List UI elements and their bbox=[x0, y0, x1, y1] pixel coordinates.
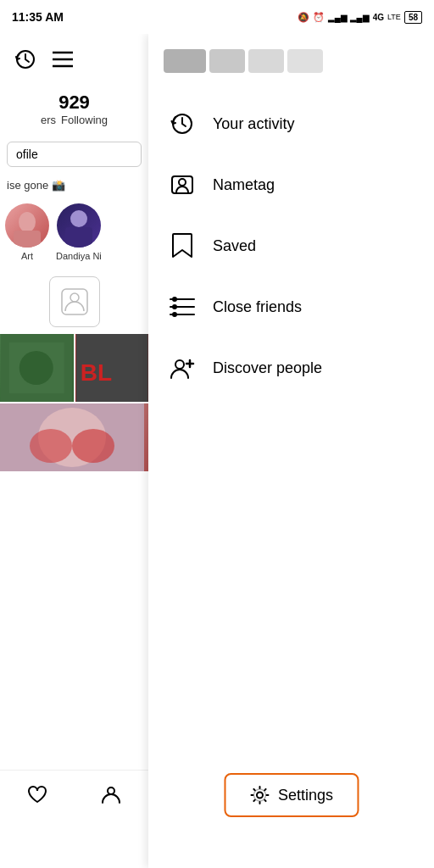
svg-rect-4 bbox=[14, 231, 41, 248]
story-label-dandiya: Dandiya Ni bbox=[56, 251, 102, 261]
swatch-bar bbox=[148, 34, 434, 85]
network-label: 4G bbox=[373, 13, 384, 22]
following-label: Following bbox=[61, 114, 108, 126]
menu-item-close-friends[interactable]: Close friends bbox=[148, 276, 434, 337]
settings-gear-icon bbox=[249, 785, 270, 805]
menu-label-close-friends: Close friends bbox=[213, 298, 302, 316]
close-friends-icon bbox=[169, 293, 196, 320]
svg-point-22 bbox=[172, 297, 177, 302]
person-placeholder bbox=[49, 276, 100, 327]
swatch-1 bbox=[164, 49, 206, 73]
menu-item-discover-people[interactable]: Discover people bbox=[148, 337, 434, 398]
followers-label: ers bbox=[41, 114, 56, 126]
swatch-2 bbox=[209, 49, 245, 73]
story-art[interactable]: Art bbox=[5, 203, 49, 261]
settings-button[interactable]: Settings bbox=[224, 773, 359, 817]
nametag-icon bbox=[169, 171, 196, 198]
profile-button[interactable]: ofile bbox=[7, 142, 142, 167]
discover-people-icon bbox=[169, 354, 196, 381]
menu-label-saved: Saved bbox=[213, 237, 256, 255]
settings-label: Settings bbox=[278, 787, 333, 804]
svg-point-3 bbox=[19, 212, 36, 232]
menu-label-discover-people: Discover people bbox=[213, 359, 322, 377]
lte-label: LTE bbox=[387, 13, 401, 21]
svg-point-11 bbox=[19, 351, 53, 385]
menu-label-nametag: Nametag bbox=[213, 176, 275, 194]
svg-point-18 bbox=[108, 787, 114, 794]
swatch-3 bbox=[248, 49, 284, 73]
story-dandiya[interactable]: Dandiya Ni bbox=[56, 203, 102, 261]
svg-point-5 bbox=[70, 210, 87, 227]
status-icons: 🔕 ⏰ ▂▄▆ ▂▄▆ 4G LTE 58 bbox=[298, 11, 422, 24]
right-dropdown-panel: Your activity Nametag Saved bbox=[148, 34, 434, 868]
status-time: 11:35 AM bbox=[12, 10, 64, 24]
svg-point-20 bbox=[179, 179, 186, 186]
stories-row: Art Dandiya Ni bbox=[0, 195, 148, 270]
story-circle-dandiya bbox=[57, 203, 101, 248]
photo-red-sign: BL bbox=[75, 334, 149, 402]
svg-point-30 bbox=[256, 793, 262, 798]
svg-point-27 bbox=[175, 360, 184, 369]
status-bar: 11:35 AM 🔕 ⏰ ▂▄▆ ▂▄▆ 4G LTE 58 bbox=[0, 0, 434, 34]
followers-section: 929 ers Following bbox=[0, 85, 148, 133]
menu-item-nametag[interactable]: Nametag bbox=[148, 154, 434, 215]
menu-icon[interactable] bbox=[53, 51, 73, 68]
followers-count: 929 bbox=[3, 92, 145, 114]
caption-text: ise gone 📸 bbox=[0, 175, 148, 195]
menu-item-your-activity[interactable]: Your activity bbox=[148, 93, 434, 154]
svg-point-8 bbox=[70, 293, 79, 302]
history-icon[interactable] bbox=[14, 47, 37, 71]
person-icon[interactable] bbox=[100, 783, 122, 805]
bookmark-icon bbox=[169, 232, 196, 259]
battery-icon: 58 bbox=[404, 11, 422, 24]
left-top-bar bbox=[0, 34, 148, 85]
svg-point-16 bbox=[30, 429, 72, 463]
story-label-art: Art bbox=[21, 251, 33, 261]
svg-text:BL: BL bbox=[80, 359, 111, 386]
swatch-4 bbox=[287, 49, 323, 73]
story-circle-art bbox=[5, 203, 49, 248]
svg-point-17 bbox=[72, 429, 114, 463]
activity-icon bbox=[169, 110, 196, 137]
photo-row-2 bbox=[0, 403, 148, 471]
svg-point-31 bbox=[253, 789, 265, 801]
menu-label-your-activity: Your activity bbox=[213, 115, 294, 133]
photo-green bbox=[0, 334, 74, 402]
left-profile-panel: 929 ers Following ofile ise gone 📸 Art bbox=[0, 34, 148, 868]
heart-icon[interactable] bbox=[26, 783, 48, 805]
followers-labels: ers Following bbox=[3, 114, 145, 126]
alarm-icon: ⏰ bbox=[313, 12, 325, 23]
photo-row-1: BL bbox=[0, 334, 148, 402]
mute-icon: 🔕 bbox=[298, 12, 309, 23]
photo-floral bbox=[0, 403, 148, 471]
left-bottom-nav bbox=[0, 770, 148, 817]
menu-item-saved[interactable]: Saved bbox=[148, 215, 434, 276]
photo-grid: BL bbox=[0, 334, 148, 471]
svg-rect-6 bbox=[65, 227, 92, 248]
signal-icon: ▂▄▆ ▂▄▆ bbox=[328, 13, 370, 22]
menu-list: Your activity Nametag Saved bbox=[148, 85, 434, 407]
